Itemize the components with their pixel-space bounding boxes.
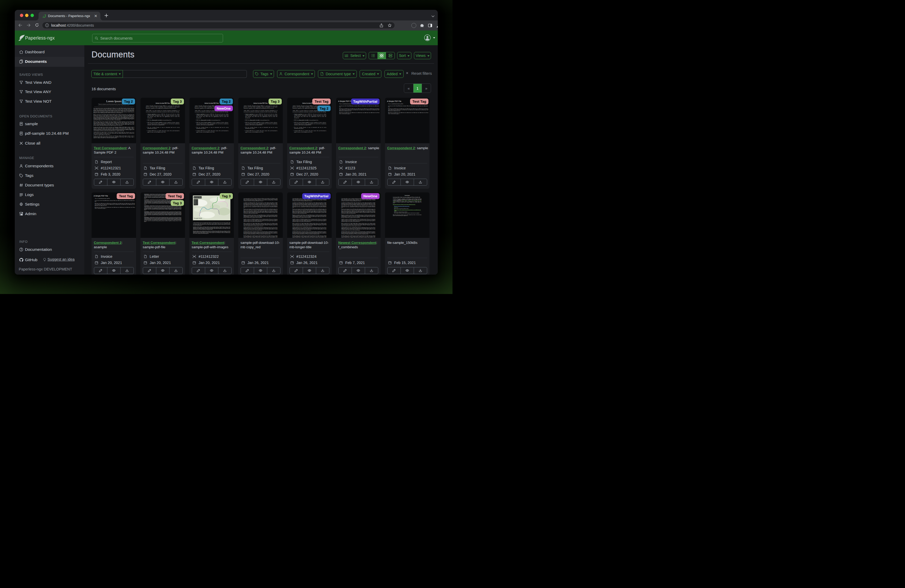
svg-text:Boundary Waters Trip: Boundary Waters Trip [194,197,205,198]
svg-text:Google Earth: Google Earth [194,217,202,219]
